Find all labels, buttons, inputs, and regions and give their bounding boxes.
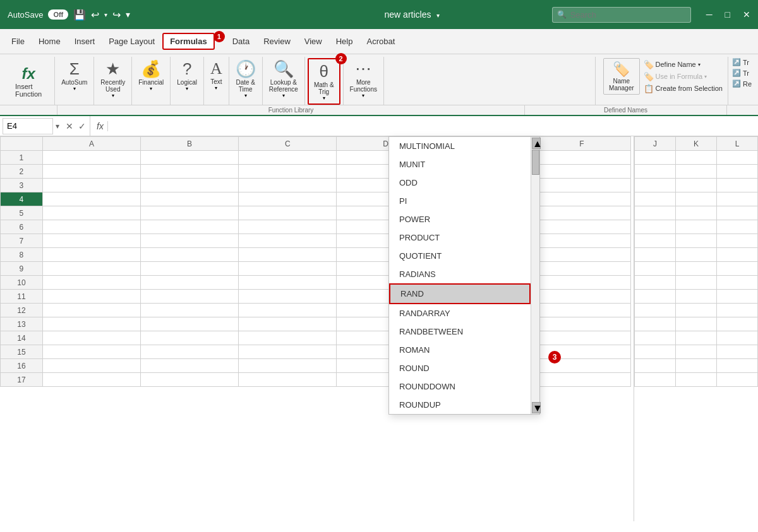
- cell-F15[interactable]: [532, 345, 630, 359]
- cell-K2[interactable]: [676, 165, 717, 179]
- scrollbar-thumb[interactable]: [532, 150, 539, 175]
- cell-K11[interactable]: [676, 290, 717, 304]
- window-maximize-icon[interactable]: □: [725, 9, 730, 20]
- trace-precedents-button[interactable]: ↗️Tr: [732, 58, 752, 66]
- cell-K12[interactable]: [676, 304, 717, 317]
- cell-J9[interactable]: [635, 262, 676, 276]
- row-header-10[interactable]: 10: [1, 276, 43, 290]
- cell-L7[interactable]: [717, 234, 758, 248]
- insert-function-button[interactable]: fx InsertFunction: [10, 62, 47, 100]
- window-minimize-icon[interactable]: ─: [706, 9, 713, 20]
- mathtrig-button[interactable]: θ Math &Trig ▾: [310, 61, 338, 102]
- cell-L16[interactable]: [717, 359, 758, 373]
- cell-F17[interactable]: [532, 373, 630, 387]
- undo-dropdown-icon[interactable]: ▾: [104, 11, 107, 18]
- recently-used-button[interactable]: ★ RecentlyUsed ▾: [97, 58, 129, 100]
- cell-B11[interactable]: [141, 290, 239, 304]
- cell-B15[interactable]: [141, 345, 239, 359]
- cell-J6[interactable]: [635, 220, 676, 234]
- cell-F16[interactable]: [532, 359, 630, 373]
- cell-C17[interactable]: [239, 373, 337, 387]
- col-header-A[interactable]: A: [42, 137, 140, 151]
- cell-J17[interactable]: [635, 373, 676, 387]
- col-header-L[interactable]: L: [717, 137, 758, 151]
- quick-access-icon[interactable]: ▾: [126, 9, 130, 20]
- cell-C10[interactable]: [239, 276, 337, 290]
- cell-J7[interactable]: [635, 234, 676, 248]
- row-header-8[interactable]: 8: [1, 248, 43, 262]
- row-header-17[interactable]: 17: [1, 373, 43, 387]
- cell-B8[interactable]: [141, 248, 239, 262]
- define-name-button[interactable]: 🏷️ Define Name ▾: [644, 60, 723, 69]
- dropdown-item-quotient[interactable]: QUOTIENT: [389, 247, 531, 265]
- cell-C7[interactable]: [239, 234, 337, 248]
- row-header-3[interactable]: 3: [1, 179, 43, 192]
- cell-F5[interactable]: [532, 206, 630, 220]
- cell-B13[interactable]: [141, 317, 239, 331]
- menu-help[interactable]: Help: [330, 33, 359, 50]
- cell-C16[interactable]: [239, 359, 337, 373]
- cell-F11[interactable]: [532, 290, 630, 304]
- menu-data[interactable]: Data: [226, 33, 256, 50]
- cell-A4[interactable]: [42, 192, 140, 206]
- cell-K1[interactable]: [676, 151, 717, 165]
- cell-B1[interactable]: [141, 151, 239, 165]
- cell-B5[interactable]: [141, 206, 239, 220]
- cell-B6[interactable]: [141, 220, 239, 234]
- dropdown-item-odd[interactable]: ODD: [389, 174, 531, 192]
- redo-icon[interactable]: ↪: [112, 9, 121, 21]
- cell-B9[interactable]: [141, 262, 239, 276]
- row-header-6[interactable]: 6: [1, 220, 43, 234]
- cell-F6[interactable]: [532, 220, 630, 234]
- cell-J3[interactable]: [635, 179, 676, 192]
- row-header-11[interactable]: 11: [1, 290, 43, 304]
- lookup-arrow[interactable]: ▾: [282, 93, 285, 98]
- morefunctions-arrow[interactable]: ▾: [362, 93, 364, 98]
- cell-A7[interactable]: [42, 234, 140, 248]
- cell-F12[interactable]: [532, 304, 630, 317]
- row-header-15[interactable]: 15: [1, 345, 43, 359]
- cell-K17[interactable]: [676, 373, 717, 387]
- row-header-2[interactable]: 2: [1, 165, 43, 179]
- row-header-16[interactable]: 16: [1, 359, 43, 373]
- dropdown-item-radians[interactable]: RADIANS: [389, 265, 531, 283]
- cell-A13[interactable]: [42, 317, 140, 331]
- cell-J2[interactable]: [635, 165, 676, 179]
- formula-input[interactable]: [111, 118, 755, 134]
- dropdown-item-power[interactable]: POWER: [389, 210, 531, 228]
- window-close-icon[interactable]: ✕: [743, 9, 750, 20]
- cell-L15[interactable]: [717, 345, 758, 359]
- col-header-C[interactable]: C: [239, 137, 337, 151]
- dropdown-item-roundup[interactable]: ROUNDUP: [389, 396, 531, 414]
- cell-L9[interactable]: [717, 262, 758, 276]
- cell-F2[interactable]: [532, 165, 630, 179]
- cell-A11[interactable]: [42, 290, 140, 304]
- cell-L17[interactable]: [717, 373, 758, 387]
- datetime-button[interactable]: 🕐 Date &Time ▾: [232, 58, 260, 100]
- cell-F3[interactable]: [532, 179, 630, 192]
- cell-C5[interactable]: [239, 206, 337, 220]
- logical-arrow[interactable]: ▾: [186, 86, 188, 92]
- cell-C3[interactable]: [239, 179, 337, 192]
- cell-L3[interactable]: [717, 179, 758, 192]
- cell-C14[interactable]: [239, 331, 337, 345]
- row-header-12[interactable]: 12: [1, 304, 43, 317]
- row-header-4[interactable]: 4: [1, 192, 43, 206]
- morefunctions-button[interactable]: ⋯ MoreFunctions ▾: [346, 58, 381, 100]
- cell-A1[interactable]: [42, 151, 140, 165]
- name-box[interactable]: E4: [3, 118, 53, 134]
- cell-J5[interactable]: [635, 206, 676, 220]
- cell-K8[interactable]: [676, 248, 717, 262]
- cell-B10[interactable]: [141, 276, 239, 290]
- remove-arrows-button[interactable]: ↗️Re: [732, 80, 752, 88]
- cell-F10[interactable]: [532, 276, 630, 290]
- menu-formulas[interactable]: Formulas: [162, 33, 215, 50]
- cell-B12[interactable]: [141, 304, 239, 317]
- cell-K10[interactable]: [676, 276, 717, 290]
- cell-A6[interactable]: [42, 220, 140, 234]
- financial-button[interactable]: 💰 Financial ▾: [135, 58, 167, 93]
- lookup-button[interactable]: 🔍 Lookup &Reference ▾: [265, 58, 302, 100]
- cell-L6[interactable]: [717, 220, 758, 234]
- cell-B4[interactable]: [141, 192, 239, 206]
- dropdown-item-munit[interactable]: MUNIT: [389, 155, 531, 174]
